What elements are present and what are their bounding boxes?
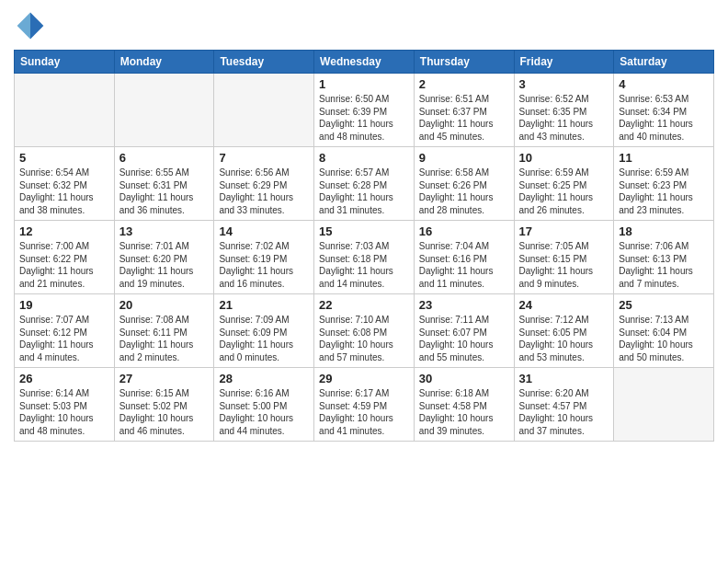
day-info: Sunrise: 6:55 AM Sunset: 6:31 PM Dayligh… — [119, 167, 210, 216]
calendar-cell: 21Sunrise: 7:09 AM Sunset: 6:09 PM Dayli… — [214, 294, 314, 368]
day-info: Sunrise: 7:07 AM Sunset: 6:12 PM Dayligh… — [19, 314, 109, 363]
calendar-cell: 13Sunrise: 7:01 AM Sunset: 6:20 PM Dayli… — [114, 221, 214, 294]
calendar-cell: 9Sunrise: 6:58 AM Sunset: 6:26 PM Daylig… — [414, 147, 514, 221]
weekday-header-row: SundayMondayTuesdayWednesdayThursdayFrid… — [15, 51, 714, 74]
day-info: Sunrise: 7:12 AM Sunset: 6:05 PM Dayligh… — [519, 314, 609, 363]
calendar-cell: 4Sunrise: 6:53 AM Sunset: 6:34 PM Daylig… — [614, 74, 714, 147]
calendar-cell: 5Sunrise: 6:54 AM Sunset: 6:32 PM Daylig… — [15, 147, 115, 221]
day-info: Sunrise: 7:00 AM Sunset: 6:22 PM Dayligh… — [19, 240, 109, 290]
calendar-cell: 28Sunrise: 6:16 AM Sunset: 5:00 PM Dayli… — [214, 368, 314, 442]
day-number: 9 — [419, 151, 509, 165]
svg-marker-1 — [17, 13, 30, 40]
calendar-cell: 27Sunrise: 6:15 AM Sunset: 5:02 PM Dayli… — [114, 368, 214, 442]
page-container: SundayMondayTuesdayWednesdayThursdayFrid… — [0, 0, 728, 451]
calendar-table: SundayMondayTuesdayWednesdayThursdayFrid… — [14, 50, 714, 442]
day-number: 3 — [519, 77, 609, 91]
calendar-cell: 10Sunrise: 6:59 AM Sunset: 6:25 PM Dayli… — [514, 147, 614, 221]
day-info: Sunrise: 6:16 AM Sunset: 5:00 PM Dayligh… — [219, 387, 309, 437]
day-number: 22 — [319, 298, 409, 312]
day-number: 1 — [319, 77, 409, 91]
calendar-cell: 8Sunrise: 6:57 AM Sunset: 6:28 PM Daylig… — [314, 147, 415, 221]
calendar-cell: 23Sunrise: 7:11 AM Sunset: 6:07 PM Dayli… — [414, 294, 514, 368]
calendar-cell: 25Sunrise: 7:13 AM Sunset: 6:04 PM Dayli… — [614, 294, 714, 368]
calendar-cell: 20Sunrise: 7:08 AM Sunset: 6:11 PM Dayli… — [114, 294, 214, 368]
day-info: Sunrise: 7:01 AM Sunset: 6:20 PM Dayligh… — [119, 240, 210, 290]
day-number: 2 — [419, 77, 509, 91]
weekday-header: Sunday — [15, 51, 115, 74]
weekday-header: Saturday — [614, 51, 714, 74]
calendar-cell: 2Sunrise: 6:51 AM Sunset: 6:37 PM Daylig… — [414, 74, 514, 147]
calendar-cell — [15, 74, 115, 147]
day-number: 25 — [619, 298, 709, 312]
calendar-cell: 18Sunrise: 7:06 AM Sunset: 6:13 PM Dayli… — [614, 221, 714, 294]
day-number: 11 — [619, 151, 709, 165]
day-info: Sunrise: 6:18 AM Sunset: 4:58 PM Dayligh… — [419, 387, 509, 437]
calendar-cell: 16Sunrise: 7:04 AM Sunset: 6:16 PM Dayli… — [414, 221, 514, 294]
day-info: Sunrise: 6:59 AM Sunset: 6:23 PM Dayligh… — [619, 167, 709, 216]
day-number: 4 — [619, 77, 709, 91]
day-number: 16 — [419, 224, 509, 238]
weekday-header: Friday — [514, 51, 614, 74]
day-info: Sunrise: 7:10 AM Sunset: 6:08 PM Dayligh… — [319, 314, 409, 363]
day-number: 20 — [119, 298, 210, 312]
calendar-cell: 24Sunrise: 7:12 AM Sunset: 6:05 PM Dayli… — [514, 294, 614, 368]
day-info: Sunrise: 6:58 AM Sunset: 6:26 PM Dayligh… — [419, 167, 509, 216]
calendar-cell: 15Sunrise: 7:03 AM Sunset: 6:18 PM Dayli… — [314, 221, 415, 294]
day-info: Sunrise: 7:13 AM Sunset: 6:04 PM Dayligh… — [619, 314, 709, 363]
day-number: 19 — [19, 298, 109, 312]
day-number: 30 — [419, 372, 509, 385]
day-info: Sunrise: 7:03 AM Sunset: 6:18 PM Dayligh… — [319, 240, 409, 290]
calendar-cell: 19Sunrise: 7:07 AM Sunset: 6:12 PM Dayli… — [15, 294, 115, 368]
day-number: 10 — [519, 151, 609, 165]
calendar-cell — [114, 74, 214, 147]
day-number: 12 — [19, 224, 109, 238]
day-info: Sunrise: 7:06 AM Sunset: 6:13 PM Dayligh… — [619, 240, 709, 290]
day-number: 6 — [119, 151, 210, 165]
day-info: Sunrise: 7:02 AM Sunset: 6:19 PM Dayligh… — [219, 240, 309, 290]
day-number: 31 — [519, 372, 609, 385]
weekday-header: Wednesday — [314, 51, 415, 74]
day-info: Sunrise: 7:05 AM Sunset: 6:15 PM Dayligh… — [519, 240, 609, 290]
weekday-header: Monday — [114, 51, 214, 74]
day-number: 5 — [19, 151, 109, 165]
week-row: 19Sunrise: 7:07 AM Sunset: 6:12 PM Dayli… — [15, 294, 714, 368]
week-row: 5Sunrise: 6:54 AM Sunset: 6:32 PM Daylig… — [15, 147, 714, 221]
day-info: Sunrise: 6:14 AM Sunset: 5:03 PM Dayligh… — [19, 387, 109, 437]
week-row: 26Sunrise: 6:14 AM Sunset: 5:03 PM Dayli… — [15, 368, 714, 442]
week-row: 12Sunrise: 7:00 AM Sunset: 6:22 PM Dayli… — [15, 221, 714, 294]
weekday-header: Thursday — [414, 51, 514, 74]
day-info: Sunrise: 6:15 AM Sunset: 5:02 PM Dayligh… — [119, 387, 210, 437]
svg-marker-0 — [30, 13, 43, 40]
day-info: Sunrise: 6:56 AM Sunset: 6:29 PM Dayligh… — [219, 167, 309, 216]
day-number: 18 — [619, 224, 709, 238]
day-number: 24 — [519, 298, 609, 312]
calendar-cell: 11Sunrise: 6:59 AM Sunset: 6:23 PM Dayli… — [614, 147, 714, 221]
day-number: 21 — [219, 298, 309, 312]
calendar-cell: 6Sunrise: 6:55 AM Sunset: 6:31 PM Daylig… — [114, 147, 214, 221]
day-info: Sunrise: 7:11 AM Sunset: 6:07 PM Dayligh… — [419, 314, 509, 363]
day-info: Sunrise: 7:04 AM Sunset: 6:16 PM Dayligh… — [419, 240, 509, 290]
day-info: Sunrise: 6:20 AM Sunset: 4:57 PM Dayligh… — [519, 387, 609, 437]
calendar-cell: 30Sunrise: 6:18 AM Sunset: 4:58 PM Dayli… — [414, 368, 514, 442]
calendar-cell: 17Sunrise: 7:05 AM Sunset: 6:15 PM Dayli… — [514, 221, 614, 294]
logo — [14, 9, 51, 42]
day-info: Sunrise: 7:08 AM Sunset: 6:11 PM Dayligh… — [119, 314, 210, 363]
day-info: Sunrise: 6:51 AM Sunset: 6:37 PM Dayligh… — [419, 93, 509, 143]
calendar-cell: 22Sunrise: 7:10 AM Sunset: 6:08 PM Dayli… — [314, 294, 415, 368]
day-info: Sunrise: 6:50 AM Sunset: 6:39 PM Dayligh… — [319, 93, 409, 143]
calendar-cell: 1Sunrise: 6:50 AM Sunset: 6:39 PM Daylig… — [314, 74, 415, 147]
calendar-cell: 14Sunrise: 7:02 AM Sunset: 6:19 PM Dayli… — [214, 221, 314, 294]
day-number: 8 — [319, 151, 409, 165]
day-number: 28 — [219, 372, 309, 385]
day-info: Sunrise: 7:09 AM Sunset: 6:09 PM Dayligh… — [219, 314, 309, 363]
calendar-cell: 7Sunrise: 6:56 AM Sunset: 6:29 PM Daylig… — [214, 147, 314, 221]
weekday-header: Tuesday — [214, 51, 314, 74]
calendar-cell: 12Sunrise: 7:00 AM Sunset: 6:22 PM Dayli… — [15, 221, 115, 294]
calendar-cell — [614, 368, 714, 442]
day-number: 14 — [219, 224, 309, 238]
day-info: Sunrise: 6:53 AM Sunset: 6:34 PM Dayligh… — [619, 93, 709, 143]
calendar-cell: 29Sunrise: 6:17 AM Sunset: 4:59 PM Dayli… — [314, 368, 415, 442]
calendar-cell — [214, 74, 314, 147]
day-number: 26 — [19, 372, 109, 385]
day-number: 23 — [419, 298, 509, 312]
